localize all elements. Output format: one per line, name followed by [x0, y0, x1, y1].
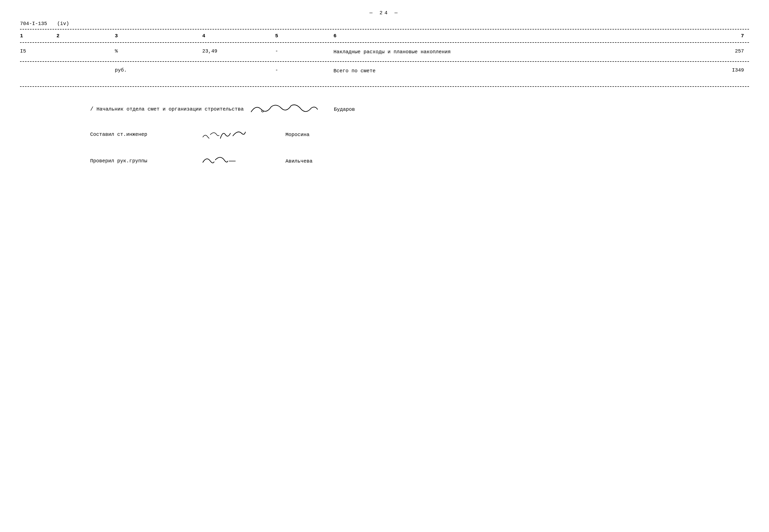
- doc-reference: 704-I-135 (iv): [20, 21, 749, 27]
- row2-col5: -: [275, 67, 334, 73]
- table-header-row: 1 2 3 4 5 6 7: [20, 31, 749, 41]
- header-dashed-line: [20, 42, 749, 43]
- signature-row-3: Проверил рук.группы Авильчева: [90, 152, 749, 170]
- sig-handwriting-2: [200, 126, 276, 143]
- doc-ref-suffix: (iv): [57, 21, 69, 27]
- row2-col6: Всего по смете: [334, 67, 662, 75]
- header-col-2: 2: [57, 33, 115, 39]
- signature-row-2: Составил ст.инженер Моросина: [90, 126, 749, 143]
- header-col-4: 4: [202, 33, 275, 39]
- sig-name-2: Моросина: [286, 132, 336, 138]
- row1-col1: I5: [20, 48, 57, 54]
- sig-name-1: Бударов: [334, 107, 384, 112]
- sig-title-3: Проверил рук.группы: [90, 158, 147, 164]
- signatures-section: / Начальник отдела смет и организации ст…: [20, 102, 749, 170]
- row2-col3: руб.: [115, 67, 202, 73]
- sig-label-3: Проверил рук.группы: [90, 158, 195, 165]
- row1-col7: 257: [662, 48, 749, 54]
- sig-label-1: / Начальник отдела смет и организации ст…: [90, 106, 244, 113]
- header-col-3: 3: [115, 33, 202, 39]
- sig-handwriting-3: [200, 152, 276, 170]
- sig-title-2: Составил ст.инженер: [90, 132, 147, 137]
- sig-name-3: Авильчева: [286, 158, 336, 164]
- mid-dashed-line: [20, 61, 749, 62]
- top-dashed-line: [20, 29, 749, 30]
- sig-handwriting-1: [249, 102, 324, 117]
- row1-col3: %: [115, 48, 202, 54]
- header-col-5: 5: [275, 33, 334, 39]
- header-col-6: 6: [334, 33, 662, 39]
- row2-col7: I349: [662, 67, 749, 73]
- table-row-2: руб. - Всего по смете I349: [20, 63, 749, 79]
- sig-title-1: Начальник отдела смет и организации стро…: [96, 106, 244, 112]
- page-number: — 24 —: [20, 10, 749, 16]
- sig-label-2: Составил ст.инженер: [90, 131, 195, 138]
- row1-col5: -: [275, 48, 334, 54]
- signature-row-1: / Начальник отдела смет и организации ст…: [90, 102, 749, 117]
- signature-svg-3: [200, 152, 251, 170]
- row1-col4: 23,49: [202, 48, 275, 54]
- signature-svg-1: [249, 102, 319, 117]
- header-col-1: 1: [20, 33, 57, 39]
- sig-slash-1: /: [90, 106, 93, 112]
- doc-ref-number: 704-I-135: [20, 21, 47, 27]
- header-col-7: 7: [662, 33, 749, 39]
- row1-col6: Накладные расходы и плановые накопления: [334, 48, 662, 56]
- bottom-dashed-line: [20, 86, 749, 87]
- signature-svg-2: [200, 126, 251, 143]
- table-row-1: I5 % 23,49 - Накладные расходы и плановы…: [20, 44, 749, 60]
